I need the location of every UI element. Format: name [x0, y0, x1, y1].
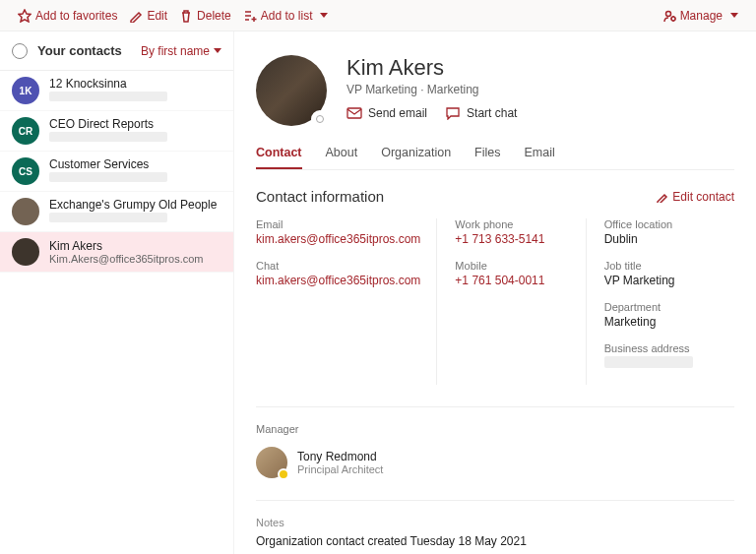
avatar-photo	[12, 198, 39, 225]
sidebar-title: Your contacts	[37, 43, 122, 58]
tab-email[interactable]: Email	[524, 146, 554, 169]
send-email-label: Send email	[368, 106, 427, 120]
start-chat-label: Start chat	[467, 106, 517, 120]
select-all-radio[interactable]	[12, 43, 28, 59]
toolbar: Add to favorites Edit Delete Add to list…	[0, 0, 756, 31]
edit-contact-label: Edit contact	[672, 190, 734, 204]
contact-item-name: CEO Direct Reports	[49, 117, 167, 131]
contact-list-sidebar: Your contacts By first name 1K12 Knocksi…	[0, 31, 234, 554]
chevron-down-icon	[730, 13, 738, 18]
contact-item-sub	[49, 132, 167, 142]
svg-point-2	[671, 17, 675, 21]
field-label: Job title	[604, 260, 719, 272]
add-to-favorites-label: Add to favorites	[35, 9, 117, 23]
contact-item-name: 12 Knocksinna	[49, 77, 167, 91]
svg-marker-0	[19, 10, 31, 22]
field-value[interactable]: +1 761 504-0011	[455, 274, 569, 287]
pencil-icon	[129, 9, 143, 23]
manager-card[interactable]: Tony Redmond Principal Architect	[256, 447, 734, 478]
notes-label: Notes	[256, 517, 734, 528]
manage-label: Manage	[680, 9, 723, 23]
star-icon	[18, 9, 32, 23]
tab-contact[interactable]: Contact	[256, 146, 302, 169]
avatar-photo	[12, 238, 39, 266]
manager-label: Manager	[256, 423, 734, 435]
field-label: Mobile	[455, 260, 569, 272]
send-email-action[interactable]: Send email	[346, 106, 427, 120]
contact-item-sub	[49, 92, 167, 101]
contact-item-name: Customer Services	[49, 157, 167, 171]
field-value[interactable]: kim.akers@office365itpros.com	[256, 274, 420, 287]
field-label: Office location	[604, 218, 719, 230]
contact-item-sub	[49, 172, 167, 182]
presence-indicator	[311, 110, 329, 128]
field-value: Dublin	[604, 232, 719, 246]
add-to-list-icon	[243, 9, 257, 23]
add-to-favorites-button[interactable]: Add to favorites	[12, 5, 123, 27]
chat-icon	[445, 106, 461, 120]
notes-text: Organization contact created Tuesday 18 …	[256, 534, 734, 554]
contact-list-item[interactable]: 1K12 Knocksinna	[0, 71, 233, 111]
sidebar-header: Your contacts By first name	[0, 31, 233, 71]
sort-dropdown[interactable]: By first name	[141, 44, 221, 58]
delete-button[interactable]: Delete	[173, 5, 237, 27]
field-value	[604, 356, 693, 368]
status-badge	[278, 468, 289, 480]
contact-list-item[interactable]: Exchange's Grumpy Old People	[0, 192, 233, 232]
field-value: Marketing	[604, 315, 719, 329]
contact-photo	[256, 55, 327, 126]
field-label: Business address	[604, 342, 719, 354]
add-to-list-button[interactable]: Add to list	[237, 5, 335, 27]
add-to-list-label: Add to list	[261, 9, 313, 23]
start-chat-action[interactable]: Start chat	[445, 106, 517, 120]
pencil-icon	[657, 191, 668, 203]
detail-tabs: ContactAboutOrganizationFilesEmail	[256, 146, 734, 170]
field-value: VP Marketing	[604, 274, 719, 287]
sort-label: By first name	[141, 44, 210, 58]
edit-button[interactable]: Edit	[123, 5, 173, 27]
tab-about[interactable]: About	[326, 146, 358, 169]
tab-organization[interactable]: Organization	[381, 146, 451, 169]
field-label: Email	[256, 218, 420, 230]
field-label: Work phone	[455, 218, 569, 230]
avatar-initials: CR	[12, 117, 39, 145]
trash-icon	[179, 9, 193, 23]
field-value[interactable]: kim.akers@office365itpros.com	[256, 232, 420, 246]
contact-item-name: Exchange's Grumpy Old People	[49, 198, 217, 212]
field-value[interactable]: +1 713 633-5141	[455, 232, 569, 246]
contact-subtitle: VP Marketing · Marketing	[346, 83, 517, 96]
tab-files[interactable]: Files	[474, 146, 500, 169]
field-label: Department	[604, 301, 719, 313]
contact-detail-pane: Kim Akers VP Marketing · Marketing Send …	[234, 31, 756, 554]
contact-item-sub	[49, 213, 167, 222]
contact-info-heading: Contact information	[256, 188, 384, 205]
edit-contact-link[interactable]: Edit contact	[657, 190, 734, 204]
manager-photo	[256, 447, 287, 478]
contact-item-name: Kim Akers	[49, 239, 203, 253]
contact-item-sub: Kim.Akers@office365itpros.com	[49, 253, 203, 265]
edit-label: Edit	[147, 9, 167, 23]
contact-list-item[interactable]: CSCustomer Services	[0, 152, 233, 192]
mail-icon	[346, 106, 362, 120]
manager-title: Principal Architect	[297, 463, 383, 475]
contact-list-item[interactable]: Kim AkersKim.Akers@office365itpros.com	[0, 232, 233, 273]
avatar-initials: CS	[12, 157, 39, 185]
field-label: Chat	[256, 260, 420, 272]
contact-name-heading: Kim Akers	[346, 55, 517, 81]
manage-button[interactable]: Manage	[657, 5, 744, 27]
delete-label: Delete	[197, 9, 231, 23]
person-settings-icon	[662, 9, 676, 23]
chevron-down-icon	[214, 48, 221, 53]
manager-name: Tony Redmond	[297, 450, 383, 463]
svg-point-1	[665, 11, 670, 16]
svg-rect-3	[347, 108, 361, 118]
contact-list-item[interactable]: CRCEO Direct Reports	[0, 111, 233, 152]
chevron-down-icon	[320, 13, 328, 18]
avatar-initials: 1K	[12, 77, 39, 104]
